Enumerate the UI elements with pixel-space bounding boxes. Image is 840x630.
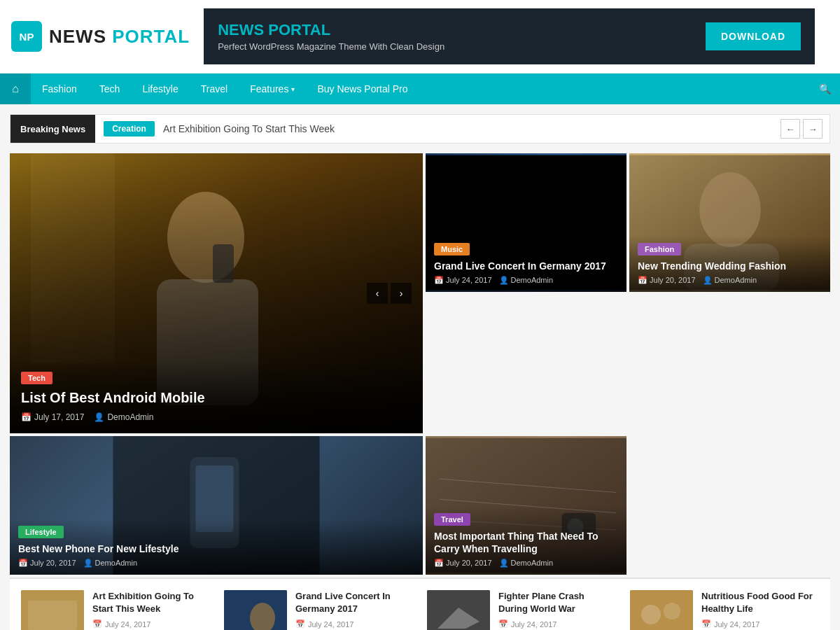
card-overlay-1: Fashion New Trending Wedding Fashion 📅 J… xyxy=(629,236,830,292)
featured-author: 👤 DemoAdmin xyxy=(94,412,153,422)
ad-title: NEWS PORTAL xyxy=(218,21,444,39)
small-card-meta-0: 📅 July 24, 2017 👤 DemoAdmin xyxy=(92,620,210,630)
card-title-1: New Trending Wedding Fashion xyxy=(638,260,822,272)
logo-text: NEWS PORTAL xyxy=(49,26,190,48)
breaking-prev-button[interactable]: ← xyxy=(780,119,800,139)
main-nav: ⌂ Fashion Tech Lifestyle Travel Features… xyxy=(0,74,840,104)
card-meta-2: 📅 July 20, 2017 👤 DemoAdmin xyxy=(18,559,414,568)
card-category-1: Fashion xyxy=(638,243,681,255)
nav-item-buy[interactable]: Buy News Portal Pro xyxy=(306,74,419,104)
small-card-2[interactable]: Fighter Plane Crash During World War 📅 J… xyxy=(427,590,616,630)
card-overlay-0: Music Grand Live Concert In Germany 2017… xyxy=(426,236,626,292)
logo-icon: NP xyxy=(11,21,42,52)
download-button[interactable]: DOWNLOAD xyxy=(706,22,801,50)
ad-banner-left: NEWS PORTAL Perfect WordPress Magazine T… xyxy=(218,21,444,52)
featured-category-badge: Tech xyxy=(21,372,52,384)
small-card-meta-2: 📅 July 24, 2017 👤 DemoAdmin xyxy=(498,620,616,630)
card-category-2: Lifestyle xyxy=(18,526,64,538)
breaking-news-bar: Breaking News Creation Art Exhibition Go… xyxy=(10,114,830,144)
nav-item-tech[interactable]: Tech xyxy=(88,74,132,104)
slide-next-button[interactable]: › xyxy=(391,283,412,304)
breaking-news-label: Breaking News xyxy=(10,115,95,143)
featured-article[interactable]: ‹ › Tech List Of Best Android Mobile 📅 J… xyxy=(10,153,423,433)
small-thumb-0 xyxy=(21,590,84,630)
card-title-3: Most Important Thing That Need To Carry … xyxy=(434,530,618,555)
small-card-title-1: Grand Live Concert In Germany 2017 xyxy=(295,590,413,615)
small-card-meta-1: 📅 July 24, 2017 👤 DemoAdmin xyxy=(295,620,413,630)
slide-prev-button[interactable]: ‹ xyxy=(367,283,388,304)
svg-point-32 xyxy=(641,605,661,624)
breaking-next-button[interactable]: → xyxy=(803,119,822,139)
small-card-content-3: Nutritious Food Good For Healthy Life 📅 … xyxy=(701,590,819,630)
nav-item-lifestyle[interactable]: Lifestyle xyxy=(131,74,189,104)
small-card-title-2: Fighter Plane Crash During World War xyxy=(498,590,616,615)
main-grid: ‹ › Tech List Of Best Android Mobile 📅 J… xyxy=(10,153,830,575)
svg-rect-31 xyxy=(630,590,693,630)
logo-area: NP NEWS PORTAL xyxy=(11,21,190,52)
card-category-0: Music xyxy=(434,243,470,255)
ad-banner: NEWS PORTAL Perfect WordPress Magazine T… xyxy=(204,8,815,64)
small-card-content-0: Art Exhibition Going To Start This Week … xyxy=(92,590,210,630)
cal-icon: 📅 xyxy=(92,620,102,629)
user-icon: 👤 xyxy=(94,412,104,422)
nav-item-features[interactable]: Features ▾ xyxy=(239,74,306,104)
article-card-0[interactable]: Music Grand Live Concert In Germany 2017… xyxy=(426,153,626,292)
small-card-1[interactable]: Grand Live Concert In Germany 2017 📅 Jul… xyxy=(224,590,413,630)
card-overlay-2: Lifestyle Best New Phone For New Lifesty… xyxy=(10,519,423,575)
breaking-news-arrows: ← → xyxy=(780,119,830,139)
featured-date: 📅 July 17, 2017 xyxy=(21,412,84,422)
small-card-content-1: Grand Live Concert In Germany 2017 📅 Jul… xyxy=(295,590,413,630)
card-title-0: Grand Live Concert In Germany 2017 xyxy=(434,260,618,272)
card-meta-3: 📅 July 20, 2017 👤 DemoAdmin xyxy=(434,559,618,568)
article-card-3[interactable]: Travel Most Important Thing That Need To… xyxy=(426,436,626,575)
svg-rect-26 xyxy=(28,601,77,630)
featured-meta: 📅 July 17, 2017 👤 DemoAdmin xyxy=(21,412,412,422)
search-icon: 🔍 xyxy=(819,83,831,94)
card-category-3: Travel xyxy=(434,513,470,526)
nav-search-button[interactable]: 🔍 xyxy=(809,74,840,104)
featured-overlay: Tech List Of Best Android Mobile 📅 July … xyxy=(10,360,423,433)
card-overlay-3: Travel Most Important Thing That Need To… xyxy=(426,506,626,575)
home-icon: ⌂ xyxy=(12,83,19,95)
site-header: NP NEWS PORTAL NEWS PORTAL Perfect WordP… xyxy=(0,0,840,74)
card-meta-1: 📅 July 20, 2017 👤 DemoAdmin xyxy=(638,276,822,285)
small-card-meta-3: 📅 July 24, 2017 👤 DemoAdmin xyxy=(701,620,819,630)
small-card-0[interactable]: Art Exhibition Going To Start This Week … xyxy=(21,590,210,630)
small-thumb-2 xyxy=(427,590,490,630)
breaking-news-text: Art Exhibition Going To Start This Week xyxy=(163,123,780,134)
card-meta-0: 📅 July 24, 2017 👤 DemoAdmin xyxy=(434,276,618,285)
breaking-news-tag: Creation xyxy=(104,121,155,136)
small-thumb-3 xyxy=(630,590,693,630)
chevron-down-icon: ▾ xyxy=(291,85,295,93)
article-card-2[interactable]: Lifestyle Best New Phone For New Lifesty… xyxy=(10,436,423,575)
nav-item-travel[interactable]: Travel xyxy=(190,74,239,104)
small-card-content-2: Fighter Plane Crash During World War 📅 J… xyxy=(498,590,616,630)
calendar-icon: 📅 xyxy=(21,412,31,422)
small-thumb-1 xyxy=(224,590,287,630)
small-card-3[interactable]: Nutritious Food Good For Healthy Life 📅 … xyxy=(630,590,819,630)
article-card-1[interactable]: Fashion New Trending Wedding Fashion 📅 J… xyxy=(629,153,830,292)
slide-controls: ‹ › xyxy=(367,283,412,304)
featured-title: List Of Best Android Mobile xyxy=(21,388,412,407)
ad-subtitle: Perfect WordPress Magazine Theme With Cl… xyxy=(218,41,444,52)
nav-item-fashion[interactable]: Fashion xyxy=(31,74,88,104)
nav-home[interactable]: ⌂ xyxy=(0,74,31,104)
card-title-2: Best New Phone For New Lifestyle xyxy=(18,542,414,555)
small-card-title-0: Art Exhibition Going To Start This Week xyxy=(92,590,210,615)
small-card-title-3: Nutritious Food Good For Healthy Life xyxy=(701,590,819,615)
small-cards-row: Art Exhibition Going To Start This Week … xyxy=(10,578,830,630)
svg-point-33 xyxy=(664,603,680,620)
